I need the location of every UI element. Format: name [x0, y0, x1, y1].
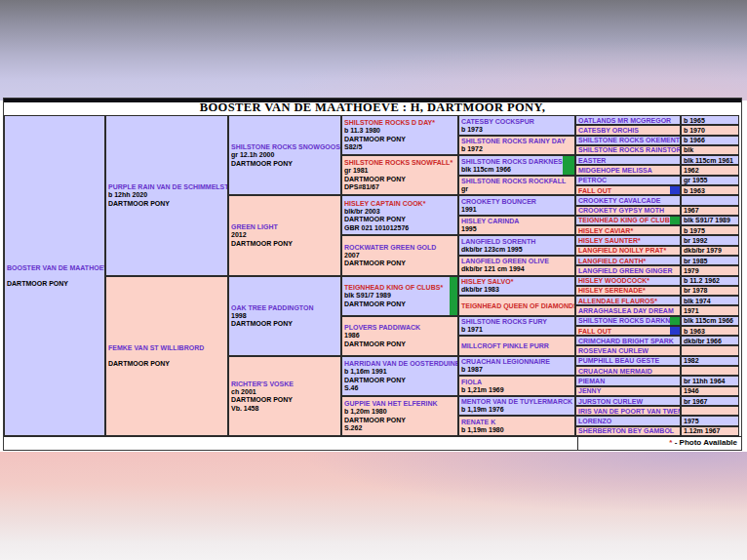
horse-name-link[interactable]: MILLCROFT PINKLE PURR	[461, 341, 574, 350]
horse-name-text: SHILSTONE ROCKS FURY	[461, 318, 547, 325]
horse-detail: b 1972	[461, 145, 574, 154]
pedigree-cell-gen4: ROCKWATER GREEN GOLD2007DARTMOOR PONY	[341, 235, 458, 275]
horse-name-link[interactable]: FALL OUT	[578, 327, 680, 336]
horse-year-cell: br 11hh 1964	[681, 376, 739, 385]
horse-name-link[interactable]: FALL OUT	[578, 186, 680, 195]
horse-name-text: CROOKETY CAVALCADE	[578, 197, 660, 204]
horse-name-link[interactable]: CROOKETY BOUNCER	[461, 197, 574, 206]
horse-name-link[interactable]: HISLEY SAUNTER*	[578, 236, 680, 245]
horse-name-link[interactable]: SHILSTONE ROCKS FURY	[461, 317, 574, 326]
horse-name-link[interactable]: SHILSTONE ROCKS DARKNESS	[461, 157, 574, 166]
horse-name-text: SHILSTONE ROCKS ROCKFALL	[461, 178, 566, 184]
horse-name-text: LANGFIELD CANTH	[578, 258, 644, 264]
horse-name-link[interactable]: CRUACHAN MERMAID	[578, 367, 680, 376]
horse-name-link[interactable]: HISLEY CAPTAIN COOK*	[344, 199, 457, 208]
horse-name-link[interactable]: RICHTER'S VOSKE	[231, 380, 340, 388]
horse-name-link[interactable]: SHILSTONE ROCKS OKEMENT	[578, 136, 680, 144]
horse-name-link[interactable]: SHILSTONE ROCKS SNOWFALL*	[344, 158, 457, 167]
horse-name-link[interactable]: MIDGEHOPE MELISSA	[578, 166, 680, 175]
horse-name-link[interactable]: HISLEY WOODCOCK*	[578, 276, 680, 285]
horse-name-link[interactable]: PLOVERS PADDIWACK	[344, 323, 457, 332]
horse-name-link[interactable]: GREEN LIGHT	[231, 222, 340, 231]
horse-name-link[interactable]: CRIMCHARD BRIGHT SPARK	[578, 337, 680, 345]
horse-name-link[interactable]: LANGFIELD CANTH*	[578, 257, 680, 265]
horse-name-link[interactable]: HARRIDAN VAN DE OOSTERDUINEN	[344, 359, 457, 368]
pedigree-cell-gen6: LORENZO	[575, 416, 681, 425]
horse-name-link[interactable]: HISLEY SERENADE*	[578, 286, 680, 295]
pedigree-cell-gen5: TEIGNHEAD QUEEN OF DIAMONDS	[458, 296, 575, 316]
horse-name-link[interactable]: LANGFIELD GREEN OLIVE	[461, 257, 574, 265]
pedigree-cell-gen6: PUMPHILL BEAU GESTE	[575, 356, 681, 366]
horse-year-cell: br 1967	[681, 396, 739, 406]
photo-star-icon: *	[644, 258, 647, 264]
horse-name-link[interactable]: OATLANDS MR MCGREGOR	[578, 116, 680, 125]
horse-name-link[interactable]: HISLEY CAVIAR*	[578, 226, 680, 235]
horse-name-link[interactable]: LANGFIELD SORENTH	[461, 237, 574, 246]
horse-name-link[interactable]: FIOLA	[461, 378, 574, 386]
pedigree-cell-gen3: RICHTER'S VOSKEch 2001DARTMOOR PONYVb. 1…	[228, 356, 341, 436]
horse-name-link[interactable]: IRIS VAN DE POORT VAN TWENTE	[578, 407, 680, 416]
horse-name-link[interactable]: PUMPHILL BEAU GESTE	[578, 356, 680, 365]
horse-name-link[interactable]: FEMKE VAN ST WILLIBRORD	[108, 343, 227, 352]
horse-name-link[interactable]: PURPLE RAIN VAN DE SCHIMMELSTAL	[108, 182, 227, 191]
page-title-strip: BOOSTER VAN DE MAATHOEVE : H, DARTMOOR P…	[4, 102, 741, 115]
horse-year-cell	[681, 345, 739, 355]
pedigree-cell-gen5: LANGFIELD GREEN OLIVEdkb/br 121 cm 1994	[458, 256, 575, 276]
horse-detail: 2012	[231, 231, 340, 240]
horse-name-link[interactable]: ROSEVEAN CURLEW	[578, 346, 680, 355]
horse-year: b 1965	[684, 116, 738, 125]
horse-name-link[interactable]: OAK TREE PADDINGTON	[231, 303, 340, 312]
horse-name-link[interactable]: SHILSTONE ROCKS ROCKFALL	[461, 177, 574, 185]
horse-name-link[interactable]: LANGFIELD GREEN GINGER	[578, 266, 680, 275]
pedigree-cell-gen6: CROOKETY CAVALCADE	[575, 195, 681, 205]
horse-name-link[interactable]: JENNY	[578, 386, 680, 395]
horse-year-cell	[681, 366, 739, 376]
pedigree-cell-gen4: TEIGNHEAD KING OF CLUBS*blk S91/7 1989DA…	[341, 276, 458, 316]
horse-detail: gr	[461, 185, 574, 194]
horse-year: 1946	[684, 386, 738, 395]
horse-detail: blk/br 2003	[344, 208, 457, 217]
horse-name-link[interactable]: HISLEY SALVO*	[461, 277, 574, 286]
horse-detail: DPS#81/67	[344, 183, 457, 192]
horse-year-cell: b 1975	[681, 225, 739, 235]
horse-name-link[interactable]: MENTOR VAN DE TUYLERMARCK	[461, 397, 574, 406]
photo-star-icon: *	[638, 237, 641, 244]
horse-name-link[interactable]: ROCKWATER GREEN GOLD	[344, 243, 457, 252]
horse-name-text: LANGFIELD GREEN OLIVE	[461, 258, 549, 264]
horse-name-link[interactable]: EASTER	[578, 156, 680, 165]
horse-name-link[interactable]: ALLENDALE FLAUROS*	[578, 297, 680, 305]
pedigree-cell-gen5: SHILSTONE ROCKS ROCKFALLgr	[458, 176, 575, 196]
horse-name-link[interactable]: CATESBY ORCHIS	[578, 126, 680, 135]
horse-name-link[interactable]: RENATE K	[461, 418, 574, 426]
horse-name-link[interactable]: ARRAGHASLEA DAY DREAM	[578, 306, 680, 315]
horse-name-link[interactable]: SHILSTONE ROCKS DARKNESS	[578, 316, 680, 325]
horse-name-link[interactable]: PIEMAN	[578, 377, 680, 385]
horse-name-link[interactable]: PETROC	[578, 176, 680, 184]
horse-name-link[interactable]: JURSTON CURLEW	[578, 397, 680, 406]
horse-name-link[interactable]: CATESBY COCKSPUR	[461, 117, 574, 126]
horse-year: br 11hh 1964	[684, 377, 738, 385]
horse-name-link[interactable]: SHILSTONE ROCKS SNOWGOOSE*	[231, 142, 340, 151]
horse-name-text: MIDGEHOPE MELISSA	[578, 167, 652, 174]
horse-name-link[interactable]: GUPPIE VAN HET ELFERINK	[344, 399, 457, 408]
horse-name-link[interactable]: CROOKETY CAVALCADE	[578, 196, 680, 205]
horse-name-link[interactable]: SHILSTONE ROCKS D DAY*	[344, 118, 457, 127]
horse-name-link[interactable]: TEIGNHEAD KING OF CLUBS*	[578, 216, 680, 224]
horse-name-text: PETROC	[578, 177, 607, 183]
horse-name-link[interactable]: SHILSTONE ROCKS RAINSTORM	[578, 145, 680, 154]
horse-name-link[interactable]: TEIGNHEAD KING OF CLUBS*	[344, 283, 457, 292]
horse-name-text: HISLEY WOODCOCK	[578, 277, 647, 284]
horse-name-link[interactable]: LORENZO	[578, 417, 680, 425]
horse-name-link[interactable]: CRUACHAN LEGIONNAIRE	[461, 357, 574, 366]
horse-name-link[interactable]: CROOKETY GYPSY MOTH	[578, 206, 680, 215]
horse-name-link[interactable]: LANGFIELD NOILLY PRAT*	[578, 246, 680, 255]
horse-year: b 1975	[684, 226, 738, 235]
horse-name-link[interactable]: SHERBERTON BEY GAMBOL	[578, 426, 680, 435]
horse-name-link[interactable]: TEIGNHEAD QUEEN OF DIAMONDS	[461, 301, 574, 310]
horse-name-link[interactable]: BOOSTER VAN DE MAATHOEVE	[7, 263, 104, 272]
horse-name-text: CROOKETY GYPSY MOTH	[578, 207, 664, 214]
pedigree-cell-gen6: SHILSTONE ROCKS OKEMENT	[575, 136, 681, 145]
horse-name-link[interactable]: HISLEY CARINDA	[461, 217, 574, 225]
horse-name-link[interactable]: SHILSTONE ROCKS RAINY DAY	[461, 137, 574, 145]
horse-detail: dkb/br 123cm 1995	[461, 246, 574, 255]
